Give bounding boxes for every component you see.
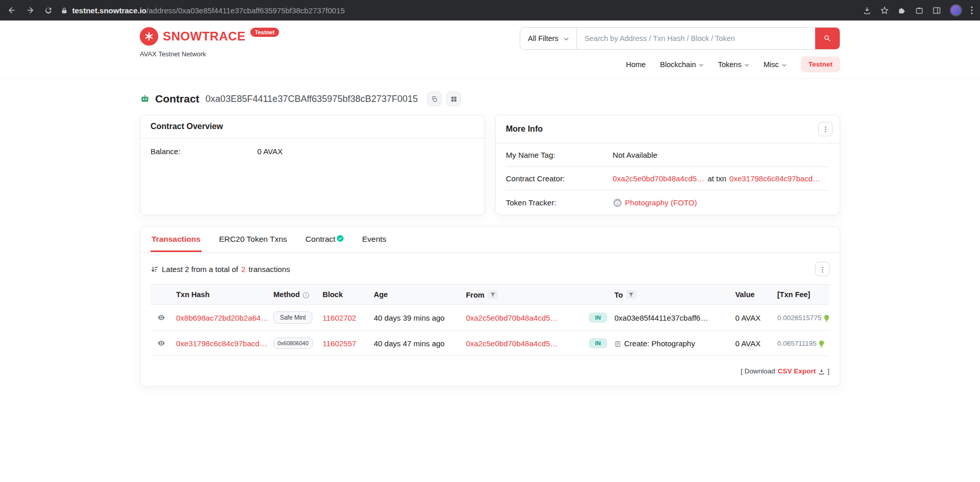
method-badge: 0x60806040 — [273, 338, 313, 349]
address-bar[interactable]: testnet.snowtrace.io/address/0xa03e85f44… — [61, 6, 856, 15]
apps-grid-button[interactable] — [446, 92, 461, 106]
from-address-link[interactable]: 0xa2c5e0bd70b48a4cd5… — [466, 339, 558, 348]
token-tracker-link[interactable]: Photography (FOTO) — [625, 198, 697, 207]
copy-address-button[interactable] — [427, 92, 441, 106]
tab-transactions[interactable]: Transactions — [151, 227, 202, 252]
transactions-card: Transactions ERC20 Token Txns Contract E… — [140, 226, 840, 387]
token-tracker-label: Token Tracker: — [506, 198, 613, 207]
chevron-down-icon — [744, 60, 749, 69]
csv-export-link[interactable]: CSV Export — [778, 367, 816, 375]
creator-txn-link[interactable]: 0xe31798c6c84c97bacd… — [730, 174, 821, 183]
age-header[interactable]: Age — [374, 285, 466, 305]
block-link[interactable]: 11602557 — [323, 339, 356, 348]
verified-check-icon — [337, 234, 344, 243]
tab-events-label: Events — [362, 235, 386, 244]
table-header-row: Txn Hash Method Block Age From To Value … — [151, 285, 829, 305]
profile-avatar[interactable] — [950, 4, 962, 16]
url-domain: testnet.snowtrace.io — [72, 6, 146, 15]
transaction-row: 0x8b698ac72bd20b2a64… Safe Mint 11602702… — [151, 305, 829, 331]
nav-home-label: Home — [626, 60, 646, 69]
eye-column-header — [151, 285, 176, 305]
main-nav: Home Blockchain Tokens Misc Testnet — [626, 56, 840, 72]
preview-transaction-button[interactable] — [156, 338, 166, 348]
nav-blockchain-label: Blockchain — [660, 60, 696, 69]
tab-transactions-label: Transactions — [152, 235, 201, 244]
download-open-text: [ Download — [740, 367, 775, 375]
transaction-row: 0xe31798c6c84c97bacd… 0x60806040 1160255… — [151, 331, 829, 356]
side-panel-icon[interactable] — [932, 6, 941, 15]
download-icon[interactable] — [863, 6, 871, 15]
nav-misc-label: Misc — [763, 60, 779, 69]
gas-bulb-icon[interactable] — [819, 339, 824, 347]
copy-icon — [431, 95, 438, 103]
info-icon[interactable] — [303, 290, 309, 299]
preview-transaction-button[interactable] — [156, 312, 166, 323]
browser-nav-buttons — [7, 6, 53, 15]
txn-fee-text: 0.0026515775 — [777, 314, 821, 322]
eye-icon — [157, 313, 165, 321]
name-tag-label: My Name Tag: — [506, 151, 613, 159]
brand-name[interactable]: SNOWTRACE — [163, 27, 246, 46]
transactions-menu-button[interactable] — [815, 262, 829, 276]
bookmark-star-icon[interactable] — [880, 6, 889, 15]
browser-menu-icon[interactable] — [971, 6, 973, 14]
search-filter-dropdown[interactable]: All Filters — [520, 28, 577, 49]
more-info-card-title: More Info — [506, 124, 543, 134]
snowtrace-logo-icon[interactable] — [140, 27, 158, 46]
summary-count: 2 — [241, 265, 245, 274]
name-tag-value: Not Available — [613, 151, 657, 159]
contract-overview-card: Contract Overview Balance: 0 AVAX — [140, 115, 485, 215]
value-text: 0 AVAX — [735, 313, 760, 322]
tab-erc20-token-txns[interactable]: ERC20 Token Txns — [218, 227, 288, 252]
nav-tokens[interactable]: Tokens — [718, 60, 749, 69]
search-button[interactable] — [815, 28, 840, 49]
sort-icon[interactable] — [151, 264, 159, 274]
browser-toolbar-icons — [863, 4, 973, 16]
txn-fee-header: [Txn Fee] — [777, 285, 829, 305]
contract-creator-label: Contract Creator: — [506, 174, 613, 183]
nav-blockchain[interactable]: Blockchain — [660, 60, 704, 69]
forward-icon[interactable] — [26, 6, 35, 15]
contract-address: 0xa03E85F4411e37CBAff635975bf38cB2737F00… — [205, 94, 418, 104]
back-icon[interactable] — [7, 6, 16, 15]
kebab-menu-icon — [825, 125, 826, 133]
from-address-link[interactable]: 0xa2c5e0bd70b48a4cd5… — [466, 313, 558, 322]
tab-contract[interactable]: Contract — [305, 227, 345, 252]
more-info-card: More Info My Name Tag: Not Available Con… — [495, 115, 840, 215]
search-filter-label: All Filters — [528, 34, 559, 43]
txn-hash-link[interactable]: 0xe31798c6c84c97bacd… — [176, 339, 267, 348]
puzzle-icon[interactable] — [915, 6, 924, 15]
filter-icon[interactable] — [487, 290, 498, 299]
gas-bulb-icon[interactable] — [824, 313, 829, 322]
tab-erc20-label: ERC20 Token Txns — [219, 235, 287, 244]
chevron-down-icon — [564, 34, 569, 43]
from-header: From — [466, 285, 589, 305]
nav-testnet-button[interactable]: Testnet — [801, 56, 840, 72]
block-header: Block — [323, 285, 374, 305]
token-logo-icon — [613, 198, 622, 207]
summary-prefix: Latest 2 from a total of — [162, 265, 238, 274]
filter-icon[interactable] — [626, 290, 636, 299]
overview-card-title: Contract Overview — [151, 122, 223, 131]
txn-hash-link[interactable]: 0x8b698ac72bd20b2a64… — [176, 313, 268, 322]
block-link[interactable]: 11602702 — [323, 313, 356, 322]
more-info-menu-button[interactable] — [818, 122, 833, 136]
direction-badge: IN — [589, 338, 607, 348]
nav-misc[interactable]: Misc — [763, 60, 786, 69]
to-contract-create: Create: Photography — [624, 339, 695, 348]
tab-events[interactable]: Events — [361, 227, 387, 252]
to-address: 0xa03e85f4411e37cbaff6… — [614, 313, 708, 322]
contract-doc-icon — [614, 339, 621, 348]
download-arrow-icon — [818, 367, 825, 375]
age-text: 40 days 47 mins ago — [374, 339, 444, 348]
creator-address-link[interactable]: 0xa2c5e0bd70b48a4cd5… — [613, 174, 705, 183]
nav-tokens-label: Tokens — [718, 60, 741, 69]
extension-icon[interactable] — [898, 6, 906, 15]
search-icon — [823, 34, 832, 43]
reload-icon[interactable] — [44, 6, 53, 15]
balance-value: 0 AVAX — [258, 147, 283, 156]
site-header: SNOWTRACE Testnet AVAX Testnet Network A… — [0, 20, 980, 78]
nav-home[interactable]: Home — [626, 60, 646, 69]
contract-icon — [140, 94, 150, 104]
search-input[interactable] — [577, 28, 815, 49]
